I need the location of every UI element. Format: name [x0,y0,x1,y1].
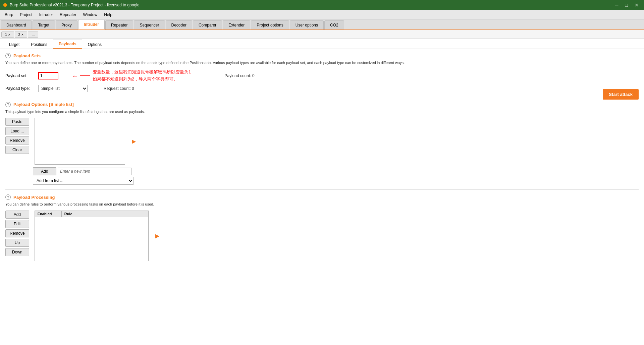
processing-arrow-icon: ▶ [155,233,159,239]
sub-tab-2[interactable]: 2 × [15,32,28,38]
add-from-list-row: Add from list ... [33,177,133,185]
load-button[interactable]: Load ... [5,127,29,135]
app-icon: 🔶 [3,3,8,7]
page-tab-positions[interactable]: Positions [25,40,53,49]
nav-tab-dashboard[interactable]: Dashboard [1,20,32,30]
add-item-input[interactable] [58,168,131,175]
nav-tab-project-options[interactable]: Project options [251,20,289,30]
payload-sets-help-icon[interactable]: ? [5,53,11,58]
processing-add-button[interactable]: Add [5,211,29,219]
payload-options-section: ? Payload Options [Simple list] This pay… [5,102,639,185]
menu-help[interactable]: Help [101,11,116,18]
nav-tab-extender[interactable]: Extender [223,20,250,30]
maximize-button[interactable]: □ [623,2,631,8]
title-bar: 🔶 Burp Suite Professional v2021.3 - Temp… [0,0,644,10]
nav-tabs: Dashboard Target Proxy Intruder Repeater… [0,19,644,30]
sub-tab-1[interactable]: 1 × [1,32,14,38]
list-arrow-icon: ▶ [132,138,136,145]
nav-tab-co2[interactable]: CO2 [324,20,344,30]
payload-set-label: Payload set: [5,73,36,78]
nav-tab-sequencer[interactable]: Sequencer [134,20,165,30]
payload-list-buttons: Paste Load ... Remove Clear [5,118,29,165]
request-count-label: Request count: [104,86,131,91]
menu-bar: Burp Project Intruder Repeater Window He… [0,10,644,19]
payload-sets-header: ? Payload Sets [5,53,639,58]
main-content: Start attack ? Payload Sets You can defi… [0,49,644,345]
payload-list-area [35,118,125,165]
payload-set-input[interactable] [38,72,58,79]
annotation-line2: 如果都不知道则列为2，导入两个字典即可。 [93,76,191,83]
menu-intruder[interactable]: Intruder [36,11,56,18]
nav-tab-target[interactable]: Target [33,20,55,30]
payload-sets-description: You can define one or more payload sets.… [5,60,639,65]
payload-options-header: ? Payload Options [Simple list] [5,102,639,107]
processing-table: Enabled Rule [35,211,149,261]
processing-buttons: Add Edit Remove Up Down [5,211,29,261]
payload-count-info: Payload count: 0 [224,73,254,78]
start-attack-button[interactable]: Start attack [603,89,639,100]
nav-tab-comparer[interactable]: Comparer [193,20,222,30]
payload-processing-header: ? Payload Processing [5,194,639,200]
payload-options-description: This payload type lets you configure a s… [5,109,639,114]
page-tabs: Target Positions Payloads Options [0,39,644,49]
payload-options-title: Payload Options [Simple list] [13,102,74,107]
payload-processing-section: ? Payload Processing You can define rule… [5,194,639,261]
processing-edit-button[interactable]: Edit [5,220,29,228]
sub-tab-more[interactable]: ... [28,32,38,38]
add-item-row: Add [33,167,639,175]
menu-repeater[interactable]: Repeater [56,11,79,18]
minimize-button[interactable]: ─ [612,2,621,8]
add-from-list-select[interactable]: Add from list ... [33,177,133,184]
nav-tab-decoder[interactable]: Decoder [166,20,192,30]
payload-options-help-icon[interactable]: ? [5,102,11,107]
payload-sets-section: ? Payload Sets You can define one or mor… [5,53,639,92]
nav-tab-intruder[interactable]: Intruder [78,20,105,30]
payload-set-row: Payload set: [5,72,58,79]
title-bar-left: 🔶 Burp Suite Professional v2021.3 - Temp… [3,3,140,7]
menu-project[interactable]: Project [16,11,36,18]
payload-type-row: Payload type: Simple list Runtime file C… [5,85,88,92]
payload-processing-help-icon[interactable]: ? [5,194,11,200]
processing-table-body [35,217,148,261]
nav-tab-repeater[interactable]: Repeater [105,20,133,30]
payload-processing-area: Add Edit Remove Up Down Enabled Rule ▶ [5,211,639,261]
page-tab-payloads[interactable]: Payloads [53,40,82,49]
page-tab-options[interactable]: Options [82,40,107,49]
payload-count-label: Payload count: [224,73,251,78]
payload-sets-title: Payload Sets [13,53,41,58]
menu-burp[interactable]: Burp [1,11,16,18]
processing-remove-button[interactable]: Remove [5,229,29,237]
request-count-value: 0 [132,86,134,91]
nav-tab-proxy[interactable]: Proxy [56,20,77,30]
payload-options-area: Paste Load ... Remove Clear ▶ [5,118,639,165]
processing-up-button[interactable]: Up [5,239,29,247]
payload-type-select[interactable]: Simple list Runtime file Custom iterator… [38,85,88,92]
nav-tab-user-options[interactable]: User options [290,20,324,30]
request-count-info: Request count: 0 [104,86,134,91]
annotation-line1: 变量数量，这里我们知道账号破解密码所以变量为1 [93,69,191,76]
page-tab-target[interactable]: Target [3,40,25,49]
add-item-button[interactable]: Add [33,167,56,175]
processing-down-button[interactable]: Down [5,248,29,256]
processing-table-header: Enabled Rule [35,211,148,217]
window-title: Burp Suite Professional v2021.3 - Tempor… [10,3,140,7]
payload-processing-description: You can define rules to perform various … [5,202,639,207]
clear-button[interactable]: Clear [5,146,29,154]
title-bar-controls[interactable]: ─ □ ✕ [612,2,641,8]
payload-processing-title: Payload Processing [13,195,55,200]
payload-type-label: Payload type: [5,86,36,91]
menu-window[interactable]: Window [79,11,101,18]
payload-count-value: 0 [252,73,255,78]
sub-tab-bar: 1 × 2 × ... [0,30,644,39]
close-button[interactable]: ✕ [632,2,641,8]
enabled-column-header: Enabled [35,211,62,217]
remove-button[interactable]: Remove [5,136,29,145]
rule-column-header: Rule [62,211,148,217]
paste-button[interactable]: Paste [5,118,29,126]
